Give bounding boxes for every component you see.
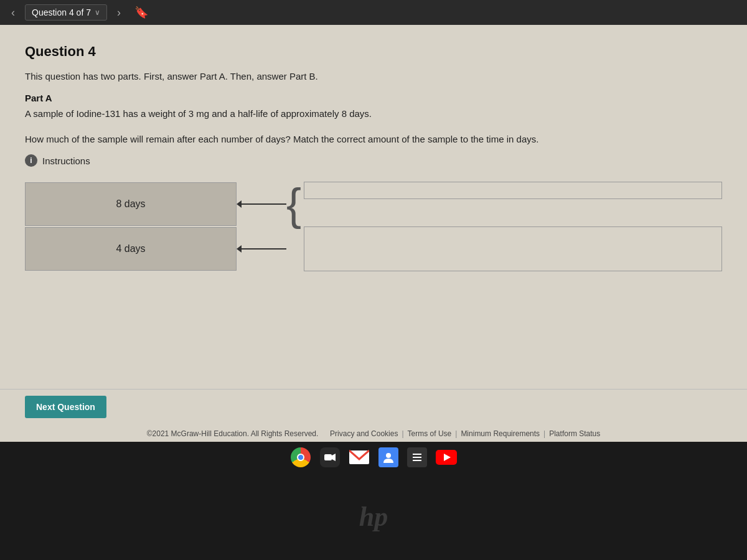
info-circle-icon[interactable]: i xyxy=(25,154,37,167)
footer-sep-3: | xyxy=(543,429,545,438)
instructions-label: Instructions xyxy=(42,156,90,166)
bookmark-icon[interactable]: 🔖 xyxy=(134,6,148,19)
prev-question-button[interactable]: ‹ xyxy=(6,4,20,22)
info-icon-label: i xyxy=(30,156,32,165)
match-drop-zone-bottom[interactable] xyxy=(304,226,722,271)
footer-privacy-link[interactable]: Privacy and Cookies xyxy=(330,429,398,438)
match-label-8days: 8 days xyxy=(116,198,145,210)
chrome-taskbar-icon[interactable] xyxy=(290,447,311,468)
arrow-line-8days xyxy=(242,203,286,205)
match-item-4days[interactable]: 4 days xyxy=(25,227,237,271)
footer-sep-1: | xyxy=(402,429,403,438)
question-text-line1: A sample of Iodine-131 has a weight of 3… xyxy=(25,108,722,119)
next-question-button[interactable]: › xyxy=(112,4,126,22)
question-title: Question 4 xyxy=(25,44,722,60)
taskbar xyxy=(0,442,747,473)
question-selector-label: Question 4 of 7 xyxy=(32,7,91,17)
svg-rect-0 xyxy=(324,454,332,460)
footer-copyright: ©2021 McGraw-Hill Education. All Rights … xyxy=(147,429,319,438)
chrome-icon-inner xyxy=(297,454,304,461)
bottom-action-bar: Next Question xyxy=(0,389,747,426)
top-navigation-bar: ‹ Question 4 of 7 ∨ › 🔖 xyxy=(0,0,747,25)
youtube-icon xyxy=(436,450,457,465)
matching-area: 8 days { 4 days xyxy=(25,182,722,271)
gmail-icon xyxy=(349,449,369,465)
docs-taskbar-icon[interactable] xyxy=(378,447,398,467)
youtube-taskbar-icon[interactable] xyxy=(436,447,457,468)
match-label-4days: 4 days xyxy=(116,243,145,254)
instructions-row: i Instructions xyxy=(25,154,722,167)
svg-marker-1 xyxy=(332,454,336,461)
footer-platform-link[interactable]: Platform Status xyxy=(549,429,600,438)
match-item-8days[interactable]: 8 days xyxy=(25,182,237,226)
sheets-taskbar-icon[interactable] xyxy=(407,447,427,467)
footer-bar: ©2021 McGraw-Hill Education. All Rights … xyxy=(0,426,747,442)
gmail-taskbar-icon[interactable] xyxy=(349,447,370,468)
footer-sep-2: | xyxy=(455,429,457,438)
part-a-label: Part A xyxy=(25,93,722,103)
arrow-left-8days xyxy=(237,200,242,208)
footer-terms-link[interactable]: Terms of Use xyxy=(408,429,452,438)
svg-point-3 xyxy=(386,453,391,458)
chrome-icon-bg xyxy=(291,447,311,467)
next-question-btn[interactable]: Next Question xyxy=(25,396,106,418)
curly-brace-icon: { xyxy=(286,182,301,226)
list-icon xyxy=(411,452,423,463)
camera-icon xyxy=(324,453,336,462)
arrow-left-4days xyxy=(237,245,242,253)
footer-min-req-link[interactable]: Minimum Requirements xyxy=(461,429,540,438)
hp-logo-area: hp xyxy=(0,473,747,560)
chevron-down-icon: ∨ xyxy=(95,8,100,17)
match-drop-zone-top[interactable] xyxy=(304,182,722,199)
main-content-area: Question 4 This question has two parts. … xyxy=(0,25,747,389)
question-text-line2: How much of the sample will remain after… xyxy=(25,134,722,144)
question-selector-dropdown[interactable]: Question 4 of 7 ∨ xyxy=(25,4,107,21)
question-intro-text: This question has two parts. First, answ… xyxy=(25,71,722,82)
meet-taskbar-icon[interactable] xyxy=(320,447,340,467)
person-icon xyxy=(383,452,394,463)
hp-logo: hp xyxy=(359,501,388,533)
arrow-line-4days xyxy=(242,248,286,250)
